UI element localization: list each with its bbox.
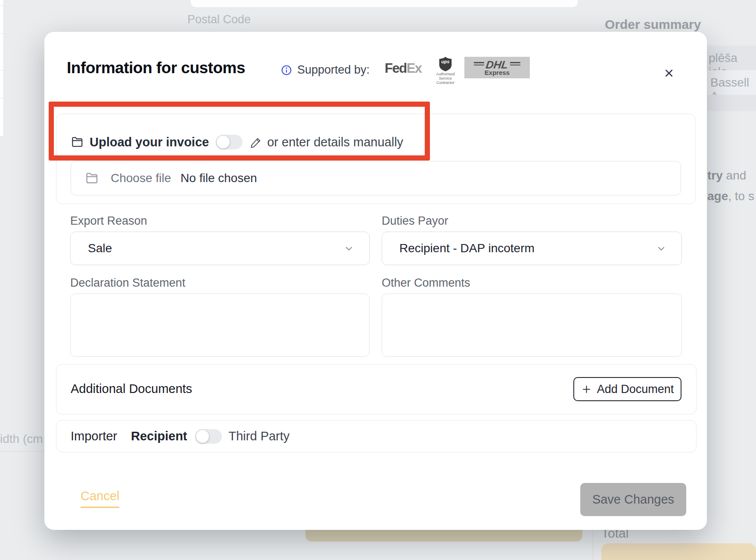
export-reason-select[interactable]: Sale (70, 232, 370, 265)
info-icon (281, 65, 292, 76)
postal-code-input (190, 0, 579, 8)
modal-title: Information for customs (67, 59, 245, 77)
divider (0, 451, 46, 452)
manual-entry-label: or enter details manually (267, 135, 403, 149)
importer-third-party-label: Third Party (229, 429, 290, 443)
importer-label: Importer (71, 429, 117, 443)
duties-payor-label: Duties Payor (382, 214, 448, 228)
chevron-down-icon (656, 243, 667, 254)
supported-by-label: Supported by: (297, 63, 370, 77)
upload-section: Upload your invoice or enter details man… (56, 114, 696, 204)
upload-mode-toggle[interactable] (216, 135, 243, 149)
no-file-chosen-label: No file chosen (180, 171, 257, 185)
folder-icon (85, 171, 99, 185)
upload-invoice-label: Upload your invoice (90, 135, 209, 149)
other-comments-textarea[interactable] (382, 294, 682, 357)
toggle-knob (196, 430, 209, 443)
ups-sub-text: Service Contractor (431, 76, 460, 85)
order-summary-note: age, to s (707, 189, 754, 203)
order-summary-title: Order summary (605, 17, 701, 32)
additional-documents-section: Additional Documents Add Document (56, 364, 697, 415)
svg-text:ups: ups (442, 59, 450, 64)
close-button[interactable] (661, 65, 677, 81)
declaration-statement-label: Declaration Statement (70, 276, 185, 290)
width-label: idth (cm (0, 432, 43, 446)
ups-logo: ups Authorised Service Contractor (431, 56, 460, 85)
postal-code-label: Postal Code (187, 13, 251, 26)
additional-documents-label: Additional Documents (71, 382, 192, 396)
plus-icon (581, 384, 592, 395)
background-total-panel (601, 543, 756, 560)
ups-sub-text: Authorised (431, 72, 460, 76)
ups-shield-icon: ups (438, 56, 453, 72)
toggle-knob (217, 136, 230, 149)
save-changes-button[interactable]: Save Changes (580, 483, 686, 516)
cancel-link[interactable]: Cancel (81, 489, 119, 508)
importer-toggle[interactable] (195, 429, 222, 444)
dhl-speed-lines (510, 62, 520, 67)
chevron-down-icon (343, 243, 355, 254)
page: Postal Code idth (cm Order summary plēša… (0, 0, 756, 560)
fedex-logo: FedEx (385, 61, 422, 76)
choose-file-label: Choose file (111, 171, 171, 185)
folder-icon (71, 136, 84, 149)
background-left-fields (0, 0, 4, 136)
dhl-speed-lines (474, 62, 484, 67)
dhl-logo: DHL Express (464, 57, 530, 78)
close-icon (661, 65, 677, 81)
other-comments-label: Other Comments (382, 276, 470, 290)
upload-mode-row: Upload your invoice or enter details man… (71, 130, 403, 155)
pencil-icon (250, 136, 262, 148)
declaration-statement-textarea[interactable] (70, 294, 370, 357)
customs-modal: Information for customs Supported by: Fe… (44, 32, 707, 530)
file-upload-input[interactable]: Choose file No file chosen (71, 161, 681, 195)
duties-payor-select[interactable]: Recipient - DAP incoterm (382, 232, 682, 265)
add-document-button[interactable]: Add Document (573, 377, 681, 401)
importer-section: Importer Recipient Third Party (56, 420, 697, 452)
order-summary-note: try and (707, 169, 746, 183)
export-reason-label: Export Reason (70, 214, 147, 228)
importer-recipient-label: Recipient (131, 429, 187, 443)
